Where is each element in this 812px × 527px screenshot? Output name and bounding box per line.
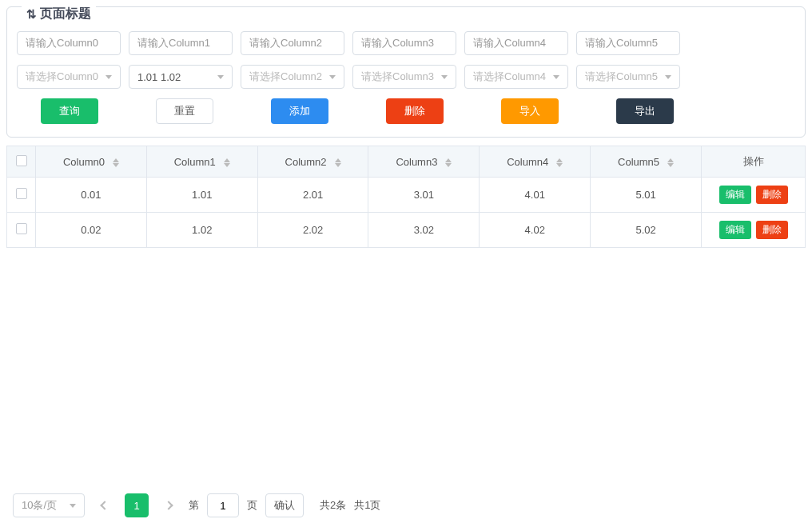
table-row: 0.011.012.013.014.015.01编辑删除 [7,178,806,213]
filter-select-column4[interactable]: 请选择Column4 [464,65,568,89]
collapse-icon[interactable]: ⇅ [26,7,37,22]
filter-panel: ⇅ 页面标题 请输入Column0 请输入Column1 请输入Column2 … [6,6,806,138]
table-row: 0.021.022.023.024.025.02编辑删除 [7,213,806,248]
delete-button[interactable]: 删除 [386,98,444,124]
table-cell: 4.02 [480,213,591,248]
data-table: Column0 Column1 Column2 Column3 Column4 … [6,146,806,248]
sort-icon [113,158,119,167]
sort-icon [667,158,674,167]
sort-icon [445,158,452,167]
filter-input-column1[interactable]: 请输入Column1 [129,31,233,55]
chevron-down-icon [105,75,112,79]
operation-cell: 编辑删除 [702,213,806,248]
panel-title-text: 页面标题 [40,6,91,22]
row-delete-button[interactable]: 删除 [756,221,788,239]
filter-input-column2[interactable]: 请输入Column2 [241,31,344,55]
table-cell: 1.02 [146,213,257,248]
table-cell: 1.01 [146,178,257,213]
filter-input-column4[interactable]: 请输入Column4 [464,31,568,55]
column-header-3[interactable]: Column3 [368,146,480,178]
filter-input-column5[interactable]: 请输入Column5 [576,31,680,55]
export-button[interactable]: 导出 [616,98,674,124]
add-button[interactable]: 添加 [271,98,328,124]
filter-select-column5[interactable]: 请选择Column5 [576,65,680,89]
chevron-down-icon [329,75,336,79]
column-header-1[interactable]: Column1 [146,146,257,178]
row-checkbox[interactable] [16,188,27,199]
filter-select-column0[interactable]: 请选择Column0 [17,65,121,89]
select-all-header [7,146,36,178]
sort-icon [556,158,563,167]
panel-title: ⇅ 页面标题 [22,6,96,22]
filter-select-column2[interactable]: 请选择Column2 [241,65,344,89]
chevron-down-icon [553,75,559,79]
filter-select-column3[interactable]: 请选择Column3 [352,65,456,89]
operation-header: 操作 [702,146,806,178]
chevron-down-icon [441,75,448,79]
row-edit-button[interactable]: 编辑 [719,186,751,204]
table-cell: 0.02 [36,213,147,248]
column-header-0[interactable]: Column0 [36,146,147,178]
select-row: 请选择Column0 1.01 1.02 请选择Column2 请选择Colum… [17,65,795,89]
action-button-row: 查询 重置 添加 删除 导入 导出 [17,98,795,124]
filter-select-column1[interactable]: 1.01 1.02 [129,65,233,89]
table-cell: 5.02 [591,213,702,248]
column-header-5[interactable]: Column5 [591,146,702,178]
row-checkbox[interactable] [16,223,27,234]
reset-button[interactable]: 重置 [156,98,213,124]
row-delete-button[interactable]: 删除 [756,186,788,204]
table-cell: 0.01 [36,178,147,213]
operation-cell: 编辑删除 [702,178,806,213]
import-button[interactable]: 导入 [501,98,559,124]
sort-icon [335,158,341,167]
table-cell: 3.02 [368,213,480,248]
input-row: 请输入Column0 请输入Column1 请输入Column2 请输入Colu… [17,31,795,55]
row-edit-button[interactable]: 编辑 [719,221,751,239]
table-cell: 2.01 [257,178,368,213]
chevron-down-icon [217,75,224,79]
filter-input-column0[interactable]: 请输入Column0 [17,31,121,55]
table-cell: 2.02 [257,213,368,248]
chevron-down-icon [665,75,671,79]
query-button[interactable]: 查询 [41,98,98,124]
table-cell: 4.01 [480,178,591,213]
select-all-checkbox[interactable] [16,155,27,166]
table-cell: 5.01 [591,178,702,213]
filter-input-column3[interactable]: 请输入Column3 [352,31,456,55]
table-cell: 3.01 [368,178,480,213]
column-header-4[interactable]: Column4 [480,146,591,178]
column-header-2[interactable]: Column2 [257,146,368,178]
sort-icon [224,158,230,167]
